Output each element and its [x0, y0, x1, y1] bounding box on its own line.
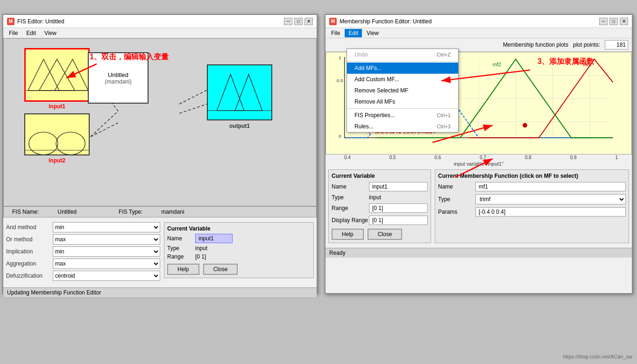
add-custom-mf-label: Add Custom MF...	[354, 76, 399, 83]
mf-menu-file[interactable]: File	[327, 29, 344, 37]
mf-menu-view[interactable]: View	[363, 29, 382, 37]
fis-close-button[interactable]: Close	[203, 264, 238, 275]
mf-close-button[interactable]: ✕	[620, 18, 628, 25]
and-method-select[interactable]: minmaxprod	[53, 222, 160, 232]
mf-mf-type-select[interactable]: trimftrapmfgaussmfgauss2mf	[475, 194, 626, 204]
mf-mf-type-label: Type	[438, 196, 475, 203]
implication-select[interactable]: minprod	[53, 246, 160, 257]
svg-text:0: 0	[339, 133, 341, 139]
mf-menu-edit[interactable]: Edit	[345, 29, 362, 37]
mf-cur-var-title: Current Variable	[332, 173, 428, 179]
output1-label: output1	[207, 123, 272, 129]
and-method-label: And method	[6, 224, 53, 231]
fis-cv-name-label: Name	[167, 235, 195, 242]
fis-menu-edit[interactable]: Edit	[22, 29, 40, 37]
fis-center-node[interactable]: Untitled (mamdani)	[88, 52, 149, 104]
mf-plot-points-input[interactable]	[605, 40, 628, 49]
svg-point-12	[29, 132, 58, 154]
mf-close-button[interactable]: Close	[368, 229, 403, 240]
fis-cv-range-value: [0 1]	[195, 253, 206, 260]
mf-editor-app-icon: M	[329, 18, 337, 25]
fis-current-var-col: Current Variable Name input1 Type input …	[164, 222, 314, 283]
aggregation-label: Aggregation	[6, 260, 53, 267]
fis-type-label: FIS Type:	[119, 209, 142, 215]
mf-params-value: [-0.4 0 0.4]	[475, 207, 626, 217]
mf-cv-name-label: Name	[332, 183, 369, 190]
svg-point-34	[523, 123, 527, 128]
fis-editor-title-bar: M FIS Editor: Untitled ─ □ ✕	[3, 15, 317, 28]
fis-cv-type-value: input	[195, 245, 207, 252]
fis-info-bar: FIS Name: Untitled FIS Type: mamdani	[3, 206, 317, 217]
input2-label: input2	[24, 157, 90, 164]
menu-remove-selected-mf[interactable]: Remove Selected MF	[347, 85, 458, 96]
menu-fis-properties[interactable]: FIS Properties... Ctrl+1	[347, 110, 458, 121]
rules-label: Rules...	[354, 123, 374, 130]
mf-cv-range-value: [0 1]	[369, 203, 428, 213]
mf-status-text: Ready	[329, 250, 346, 256]
implication-label: Implication	[6, 248, 53, 255]
mf-plots-label: Membership function plots	[503, 42, 568, 48]
remove-all-mfs-label: Remove All MFs	[354, 98, 395, 105]
fis-cv-name-value: input1	[195, 234, 233, 243]
menu-add-mfs[interactable]: Add MFs...	[347, 63, 458, 74]
fis-close-button[interactable]: ✕	[304, 18, 313, 25]
fis-name-label: FIS Name:	[12, 209, 39, 215]
input2-node[interactable]	[24, 113, 90, 155]
fis-status-text: Updating Membership Function Editor	[7, 289, 101, 296]
fis-editor-menu-bar: File Edit View	[3, 28, 317, 38]
x-tick-09: 0.9	[570, 155, 577, 160]
rules-shortcut: Ctrl+3	[437, 124, 451, 129]
mf-editor-window: M Membership Function Editor: Untitled ─…	[325, 14, 633, 294]
fis-cur-var-section: Current Variable Name input1 Type input …	[164, 222, 314, 278]
fis-center-title: Untitled	[108, 71, 128, 78]
x-tick-05: 0.5	[389, 155, 396, 160]
fis-maximize-button[interactable]: □	[294, 18, 303, 25]
svg-text:mf2: mf2	[493, 62, 501, 67]
mf-editor-menu-bar: File Edit View	[326, 28, 632, 38]
mf-maximize-button[interactable]: □	[609, 18, 618, 25]
input1-label: input1	[24, 103, 90, 110]
mf-mf-name-label: Name	[438, 183, 475, 190]
output1-node[interactable]	[207, 64, 272, 120]
undo-label: Undo	[354, 51, 368, 58]
fis-help-button[interactable]: Help	[167, 264, 199, 275]
mf-variable-label: input variable "input1"	[326, 160, 632, 168]
step3-annotation: 3、添加隶属函数	[538, 57, 594, 67]
x-tick-04: 0.4	[344, 155, 351, 160]
fis-type-value: mamdani	[161, 209, 184, 215]
add-mfs-label: Add MFs...	[354, 65, 382, 71]
menu-add-custom-mf[interactable]: Add Custom MF...	[347, 74, 458, 85]
mf-cv-type-value: input	[369, 194, 381, 201]
x-tick-06: 0.6	[434, 155, 441, 160]
fis-canvas: input1 input2 Untitled (mamdani) output1	[3, 38, 317, 206]
aggregation-select[interactable]: maxsumprobor	[53, 259, 160, 269]
fis-properties-shortcut: Ctrl+1	[437, 112, 451, 118]
remove-selected-mf-label: Remove Selected MF	[354, 87, 408, 94]
mf-help-button[interactable]: Help	[332, 229, 364, 240]
or-method-select[interactable]: maxminprobor	[53, 234, 160, 245]
menu-undo[interactable]: Undo Ctrl+Z	[347, 49, 458, 60]
menu-remove-all-mfs[interactable]: Remove All MFs	[347, 96, 458, 107]
fis-menu-file[interactable]: File	[5, 29, 21, 37]
mf-mf-name-input[interactable]	[475, 182, 626, 191]
menu-rules[interactable]: Rules... Ctrl+3	[347, 121, 458, 132]
fis-center-subtitle: (mamdani)	[105, 78, 131, 85]
svg-line-5	[91, 123, 118, 137]
fis-editor-app-icon: M	[7, 18, 14, 25]
mf-editor-title: Membership Function Editor: Untitled	[340, 18, 432, 25]
mf-editor-title-bar: M Membership Function Editor: Untitled ─…	[326, 15, 632, 28]
defuzz-select[interactable]: centroidbisectormom	[53, 271, 160, 281]
svg-text:1: 1	[339, 55, 341, 60]
x-tick-07: 0.7	[480, 155, 486, 160]
fis-minimize-button[interactable]: ─	[284, 18, 292, 25]
mf-minimize-button[interactable]: ─	[599, 18, 608, 25]
fis-cv-range-label: Range	[167, 253, 195, 260]
fis-cv-type-label: Type	[167, 245, 195, 252]
mf-cv-name-value: input1	[369, 182, 428, 191]
input1-node[interactable]	[24, 48, 90, 102]
svg-marker-15	[217, 74, 244, 111]
fis-status-bar: Updating Membership Function Editor	[3, 287, 317, 297]
fis-menu-view[interactable]: View	[41, 29, 60, 37]
defuzz-label: Defuzzification	[6, 273, 53, 279]
x-tick-08: 0.8	[525, 155, 531, 160]
